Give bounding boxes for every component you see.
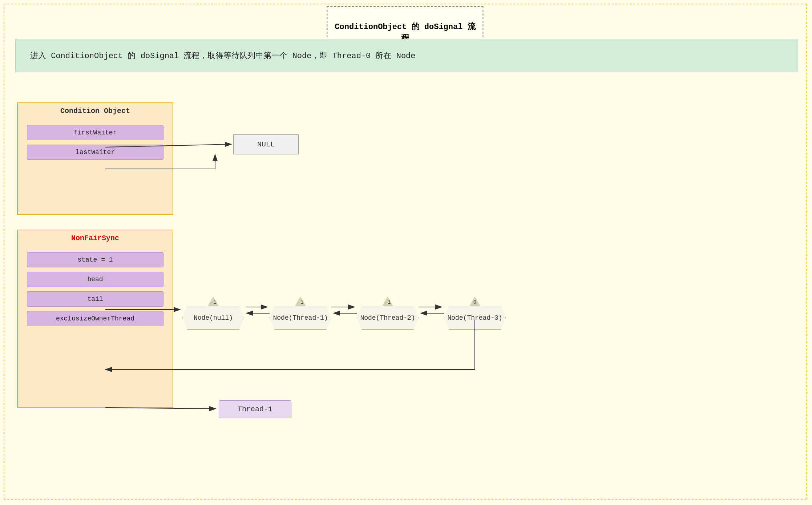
node-thread3-wrapper: 0 Node(Thread-3) (444, 295, 506, 330)
condition-object-box: Condition Object firstWaiter lastWaiter (17, 102, 173, 215)
exclusive-owner-field: exclusizeOwnerThread (27, 311, 163, 326)
node-null-wrapper: -1 Node(null) (182, 295, 244, 330)
state-field: state = 1 (27, 252, 163, 267)
outer-border: ConditionObject 的 doSignal 流 程 进入 Condit… (4, 4, 807, 500)
null-box: NULL (233, 134, 299, 154)
condition-object-title: Condition Object (18, 103, 173, 121)
node-thread2-body: Node(Thread-2) (357, 306, 419, 330)
node-thread1-badge: -1 (295, 296, 306, 307)
node-thread2-wrapper: -1 Node(Thread-2) (357, 295, 419, 330)
node-thread1-wrapper: -1 Node(Thread-1) (270, 295, 331, 330)
thread1-box: Thread-1 (219, 400, 291, 418)
head-field: head (27, 272, 163, 287)
svg-line-10 (105, 408, 216, 409)
nonfairsync-box: NonFairSync state = 1 head tail exclusiz… (17, 230, 173, 408)
node-thread2-badge: -1 (382, 296, 393, 307)
description-box: 进入 ConditionObject 的 doSignal 流程，取得等待队列中… (15, 39, 798, 72)
node-thread3-body: Node(Thread-3) (444, 306, 506, 330)
first-waiter-field: firstWaiter (27, 125, 163, 140)
node-null-badge: -1 (207, 296, 219, 307)
node-null-body: Node(null) (182, 306, 244, 330)
tail-field: tail (27, 291, 163, 307)
node-thread3-badge: 0 (469, 296, 481, 307)
last-waiter-field: lastWaiter (27, 145, 163, 160)
nonfairsync-title: NonFairSync (18, 230, 173, 248)
node-thread1-body: Node(Thread-1) (270, 306, 331, 330)
